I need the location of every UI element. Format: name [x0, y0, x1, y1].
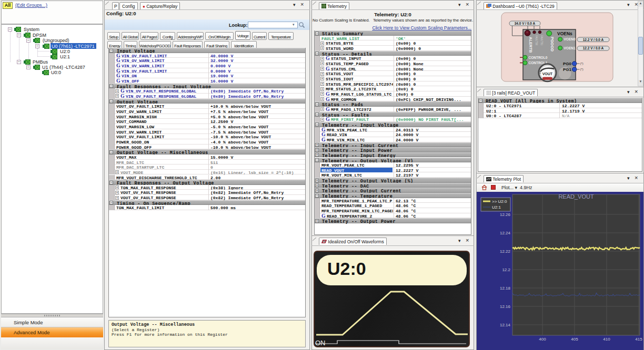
- svg-text:VOEN0: VOEN0: [564, 37, 576, 41]
- svg-text:34.0 V / 0.0 A: 34.0 V / 0.0 A: [515, 22, 536, 25]
- svg-text:12.18: 12.18: [500, 286, 511, 291]
- svg-text:CONTROL0: CONTROL0: [529, 56, 548, 59]
- svg-text:VOEN1: VOEN1: [564, 46, 576, 50]
- svg-text:PGOOD: PGOOD: [550, 37, 555, 52]
- svg-text:12.14: 12.14: [500, 323, 511, 327]
- svg-text:12.2 V / 0.0 A: 12.2 V / 0.0 A: [583, 46, 604, 50]
- svg-text:410: 410: [603, 337, 610, 342]
- svg-text:ALERTB: ALERTB: [528, 37, 533, 53]
- svg-text:>> U2:0: >> U2:0: [492, 199, 507, 204]
- svg-text:12.24: 12.24: [500, 231, 511, 235]
- svg-text:12.2 V / 0.0 A: 12.2 V / 0.0 A: [583, 38, 604, 42]
- svg-text:12.22: 12.22: [500, 249, 511, 254]
- svg-text:400: 400: [539, 337, 546, 342]
- svg-text:(*): (*): [580, 62, 583, 65]
- svg-text:VOUT: VOUT: [542, 72, 553, 76]
- svg-text:415: 415: [635, 337, 642, 342]
- svg-text:READ_VOUT: READ_VOUT: [558, 193, 594, 200]
- svg-text:FAULTB0: FAULTB0: [535, 35, 538, 46]
- svg-text:FAULTB1: FAULTB1: [540, 35, 543, 46]
- svg-text:VOENs: VOENs: [557, 31, 572, 36]
- svg-text:12.26: 12.26: [500, 212, 511, 217]
- svg-text:12.16: 12.16: [500, 304, 511, 309]
- svg-text:ON: ON: [315, 339, 326, 347]
- svg-text:405: 405: [571, 337, 578, 342]
- svg-text:PG0: PG0: [563, 61, 572, 66]
- svg-text:U2:1: U2:1: [492, 205, 501, 210]
- svg-text:PG1: PG1: [563, 67, 572, 72]
- svg-text:(*): (*): [580, 68, 583, 71]
- svg-text:12.2: 12.2: [502, 267, 510, 272]
